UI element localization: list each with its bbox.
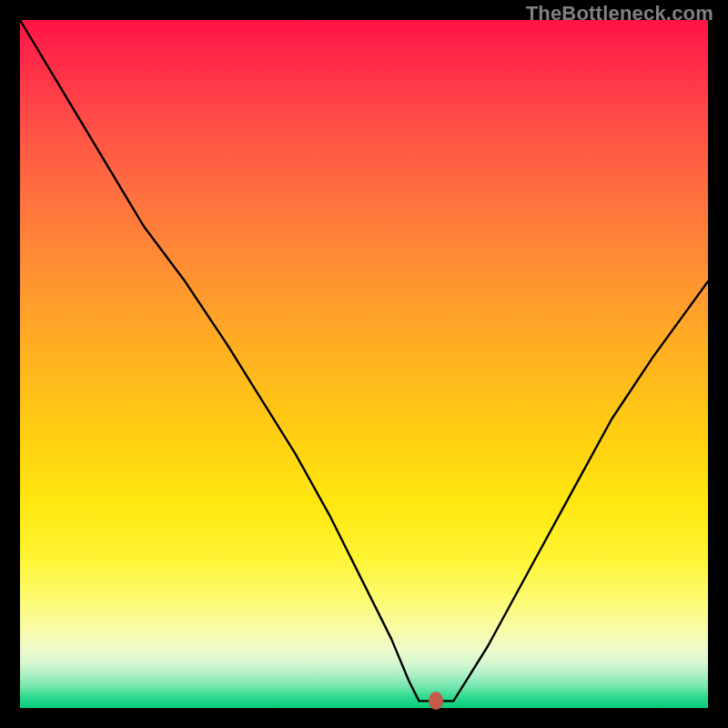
- plot-area: [20, 20, 708, 708]
- bottleneck-curve-line: [20, 20, 708, 701]
- watermark-text: TheBottleneck.com: [526, 2, 713, 25]
- minimum-marker: [429, 692, 443, 710]
- chart-frame: TheBottleneck.com: [0, 0, 728, 728]
- curve-svg: [20, 20, 708, 708]
